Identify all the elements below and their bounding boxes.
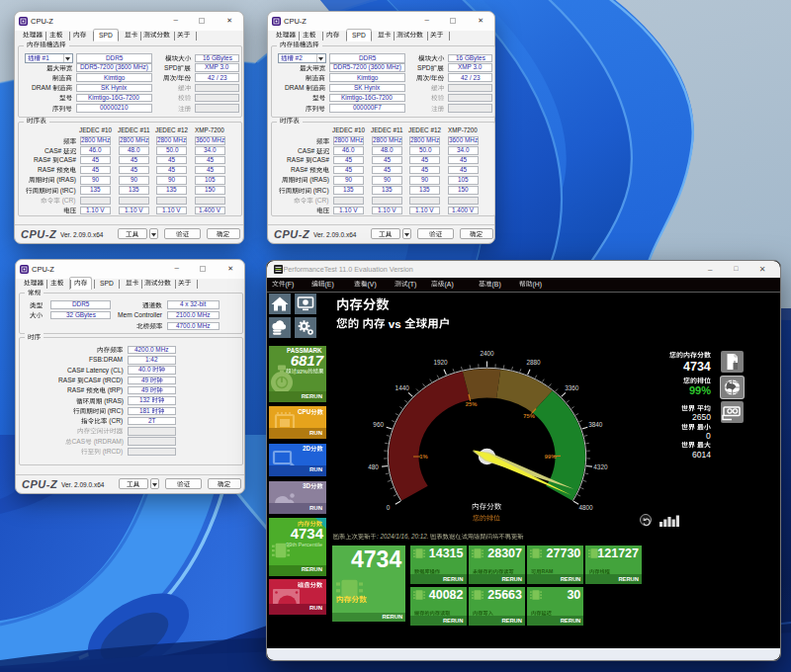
- svg-text:92%: 92%: [297, 369, 308, 375]
- svg-text:DDR5: DDR5: [72, 301, 90, 308]
- svg-text:XMP-7200: XMP-7200: [195, 126, 224, 133]
- svg-text:0: 0: [386, 504, 390, 511]
- svg-text:132: 132: [139, 396, 151, 403]
- svg-text:SK Hynix: SK Hynix: [101, 84, 128, 92]
- svg-text:Kimtigo-16G-7200: Kimtigo-16G-7200: [341, 94, 393, 102]
- svg-text:90: 90: [384, 176, 392, 183]
- svg-text:45: 45: [460, 166, 468, 173]
- svg-text:DRAM: DRAM: [285, 84, 306, 91]
- svg-text:135: 135: [90, 187, 101, 194]
- svg-text:SK Hynix: SK Hynix: [354, 84, 381, 92]
- svg-text:45: 45: [168, 166, 176, 173]
- svg-text:JEDEC #10: JEDEC #10: [79, 126, 112, 133]
- svg-text:3600 MHz: 3600 MHz: [196, 137, 224, 144]
- svg-text:960: 960: [373, 421, 384, 428]
- svg-text:2880: 2880: [526, 359, 541, 366]
- svg-text:4200.0 MHz: 4200.0 MHz: [134, 346, 168, 353]
- svg-text:2800 MHz: 2800 MHz: [334, 137, 363, 144]
- svg-text:1920: 1920: [433, 359, 448, 366]
- svg-text:75%: 75%: [523, 413, 535, 419]
- svg-text:105: 105: [205, 176, 216, 183]
- svg-text:135: 135: [343, 187, 354, 194]
- svg-text:135: 135: [382, 187, 393, 194]
- svg-text:34.0: 34.0: [204, 146, 217, 153]
- svg-text:3600 MHz: 3600 MHz: [449, 137, 478, 144]
- svg-text:SPD: SPD: [164, 64, 178, 71]
- svg-text:480: 480: [368, 463, 379, 470]
- svg-text:2800 MHz: 2800 MHz: [81, 137, 110, 144]
- svg-text:16 GBytes: 16 GBytes: [456, 54, 485, 62]
- svg-text:135: 135: [166, 187, 177, 194]
- svg-text:6014: 6014: [692, 450, 711, 460]
- svg-text:45: 45: [345, 156, 353, 163]
- svg-text:1440: 1440: [395, 384, 409, 391]
- svg-text:150: 150: [458, 187, 469, 194]
- svg-text:25%: 25%: [465, 401, 477, 407]
- svg-text:1.400 V: 1.400 V: [452, 207, 475, 213]
- svg-text:00000210: 00000210: [100, 104, 129, 111]
- svg-text:45: 45: [92, 156, 100, 163]
- svg-text:CAS#: CAS#: [312, 157, 330, 164]
- svg-text:34.0: 34.0: [457, 146, 470, 153]
- svg-text:(tRDRAM): (tRDRAM): [91, 438, 123, 446]
- svg-text:(CR): (CR): [60, 197, 76, 205]
- svg-text:4734: 4734: [683, 360, 711, 374]
- svg-text:49: 49: [141, 377, 150, 383]
- svg-text:0: 0: [706, 431, 711, 441]
- svg-text:48.0: 48.0: [128, 146, 140, 153]
- svg-text:99%: 99%: [689, 384, 711, 396]
- svg-text:Mem Controller: Mem Controller: [118, 311, 163, 318]
- svg-text:2800 MHz: 2800 MHz: [410, 137, 439, 144]
- svg-text:150: 150: [205, 187, 216, 194]
- svg-text:(F): (F): [285, 280, 294, 288]
- svg-text:RAS#: RAS#: [34, 157, 52, 164]
- svg-text:(tRP): (tRP): [106, 387, 123, 395]
- svg-text:/: /: [429, 74, 431, 81]
- svg-text:RAS#: RAS#: [38, 167, 56, 174]
- svg-text:45: 45: [421, 156, 429, 163]
- svg-text:(V): (V): [367, 280, 376, 288]
- svg-text:45: 45: [460, 156, 468, 163]
- svg-text:2400: 2400: [480, 350, 494, 357]
- svg-text:3840: 3840: [588, 421, 603, 428]
- svg-text:DDR5: DDR5: [106, 54, 124, 61]
- svg-text:DDR5: DDR5: [359, 54, 377, 61]
- svg-text:(tRAS): (tRAS): [102, 397, 124, 405]
- svg-text:90: 90: [421, 176, 429, 183]
- svg-text:1.10 V: 1.10 V: [125, 207, 143, 213]
- svg-text:(CR): (CR): [108, 417, 124, 425]
- svg-text:3D: 3D: [303, 482, 311, 489]
- svg-text:CAS# Latency (CL): CAS# Latency (CL): [67, 367, 124, 375]
- svg-text:99%: 99%: [544, 454, 556, 460]
- svg-text:SPD: SPD: [99, 32, 113, 39]
- svg-text:Kimtigo: Kimtigo: [104, 74, 126, 82]
- svg-text:45: 45: [131, 156, 138, 163]
- svg-text:50.0: 50.0: [166, 146, 179, 153]
- svg-text:48.0: 48.0: [381, 146, 394, 153]
- svg-text:000000F7: 000000F7: [353, 104, 382, 111]
- svg-text:JEDEC #11: JEDEC #11: [118, 126, 150, 133]
- svg-text:135: 135: [129, 187, 139, 194]
- svg-text:2650: 2650: [692, 412, 711, 422]
- svg-text:1.10 V: 1.10 V: [162, 207, 181, 213]
- svg-text:4700.0 MHz: 4700.0 MHz: [176, 322, 210, 329]
- svg-text:90: 90: [345, 176, 353, 183]
- svg-text:16 GBytes: 16 GBytes: [203, 54, 232, 62]
- svg-text:1.10 V: 1.10 V: [378, 207, 396, 213]
- svg-text:4800: 4800: [578, 504, 593, 511]
- svg-text:(tRAS): (tRAS): [308, 177, 329, 185]
- svg-text:90: 90: [92, 176, 100, 183]
- svg-text:RAS#: RAS#: [291, 167, 309, 174]
- svg-text:DDR5-7200 (3600 MHz): DDR5-7200 (3600 MHz): [80, 63, 148, 71]
- svg-text:46.0: 46.0: [89, 146, 102, 153]
- svg-text:JEDEC #12: JEDEC #12: [155, 126, 188, 133]
- svg-text:45: 45: [345, 166, 353, 173]
- svg-text:135: 135: [419, 187, 430, 194]
- svg-text:45: 45: [92, 166, 100, 173]
- svg-text:2D: 2D: [303, 445, 311, 452]
- svg-text:90: 90: [131, 176, 138, 183]
- svg-text:CAS# (tRCD): CAS# (tRCD): [84, 377, 124, 384]
- svg-text:(B): (B): [491, 280, 500, 288]
- svg-text:42 / 23: 42 / 23: [208, 74, 227, 81]
- svg-text:(tRAS): (tRAS): [54, 177, 76, 185]
